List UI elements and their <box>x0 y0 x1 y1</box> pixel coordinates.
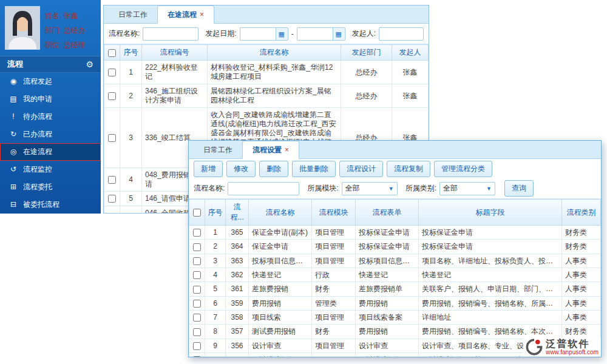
delete-button[interactable]: 删除 <box>259 161 288 177</box>
process-name-input[interactable] <box>228 182 299 195</box>
col-dept: 发起部门 <box>341 45 392 61</box>
sidebar-item-process-monitor[interactable]: ↺ 流程监控 <box>0 161 101 178</box>
add-button[interactable]: 新增 <box>194 161 223 177</box>
batch-delete-button[interactable]: 批量删除 <box>292 161 336 177</box>
profile-name: 姓名: 张鑫 <box>45 8 86 23</box>
cell-code: 359 <box>226 296 249 310</box>
sidebar-item-label: 流程发起 <box>23 73 52 90</box>
cell-name: 材料验收登记_材料采购_张鑫_华润12城房建工程项目 <box>208 61 341 84</box>
sidebar-item-process-delegation[interactable]: ⊞ 流程委托 <box>0 178 101 196</box>
cell-initiator: 张鑫 <box>392 84 429 108</box>
cell-dept: 总经办 <box>341 61 392 84</box>
watermark-logo: 泛普软件 www.fanpusoft.com <box>523 337 601 357</box>
cell-name: 设计审查 <box>249 339 312 352</box>
gear-icon[interactable]: ⚙ <box>86 56 93 73</box>
row-checkbox[interactable] <box>108 69 116 76</box>
cell-form: 投标保证金申请 <box>356 226 419 240</box>
row-checkbox[interactable] <box>193 342 201 350</box>
cell-code: 365 <box>226 226 249 240</box>
table-row[interactable]: 1 222_材料验收登记 材料验收登记_材料采购_张鑫_华润12城房建工程项目 … <box>104 61 429 84</box>
table-row[interactable]: 4 362 快递登记 行政 快递登记 快递登记 人事类 <box>189 268 601 281</box>
module-select[interactable]: 全部 ▼ <box>342 182 398 195</box>
cell-dept: 总经办 <box>341 84 392 108</box>
row-checkbox[interactable] <box>193 257 201 265</box>
col-name: 流程名称 <box>208 45 341 61</box>
tab-daily-work[interactable]: 日常工作 <box>109 6 157 23</box>
process-name-input[interactable] <box>143 27 198 41</box>
initiator-label: 发起人: <box>352 29 376 39</box>
tab-process-settings[interactable]: 流程设置× <box>242 141 299 159</box>
table-row[interactable]: 7 358 项目线索 项目管理 项目线索备案 详细地址 人事类 <box>189 310 601 324</box>
tab-daily-work[interactable]: 日常工作 <box>194 141 242 158</box>
cell-name: 差旅费报销 <box>249 282 312 296</box>
process-design-button[interactable]: 流程设计 <box>339 161 383 177</box>
cell-code: 355 <box>226 352 249 357</box>
row-checkbox[interactable] <box>193 229 201 237</box>
cell-module: 行政 <box>312 268 356 281</box>
row-checkbox[interactable] <box>108 134 116 142</box>
table-row[interactable]: 1 365 保证金申请(副本) 项目管理 投标保证金申请 投标保证金申请 财务类 <box>189 226 601 240</box>
table-row[interactable]: 2 364 保证金申请 项目管理 投标保证金申请 投标保证金申请 财务类 <box>189 240 601 254</box>
row-checkbox[interactable] <box>193 271 201 279</box>
row-checkbox[interactable] <box>108 92 116 100</box>
sidebar-item-in-transit-processes[interactable]: ◎ 在途流程 <box>0 143 101 161</box>
cell-initiator: 张鑫 <box>392 61 429 84</box>
cell-no: 6 <box>205 296 226 310</box>
col-form: 流程表单 <box>356 200 419 226</box>
table-row[interactable]: 8 357 测试费用报销 财务 费用报销 费用报销、报销编号、报销名称、本次报销… <box>189 325 601 339</box>
monitor-refresh-icon: ↺ <box>8 161 18 178</box>
initiator-input[interactable] <box>379 27 424 41</box>
cell-code: 364 <box>226 240 249 254</box>
search-button[interactable]: 查询 <box>504 180 534 197</box>
category-select[interactable]: 全部 ▼ <box>439 182 495 195</box>
row-checkbox[interactable] <box>193 300 201 308</box>
alert-icon: ! <box>8 108 18 126</box>
sidebar-item-completed-processes[interactable]: ↻ 已办流程 <box>0 126 101 143</box>
select-all-checkbox[interactable] <box>108 49 116 57</box>
tab-label: 在途流程 <box>168 10 197 19</box>
date-from-input[interactable] <box>240 29 276 39</box>
calendar-icon[interactable]: ▦ <box>276 28 287 40</box>
table-row[interactable]: 5 361 差旅费报销 财务 差旅费报销单 关联客户、报销人、申请日期、部门、报… <box>189 282 601 296</box>
cell-name: 费用报销 <box>249 296 312 310</box>
cell-no: 1 <box>120 61 142 84</box>
sidebar-item-my-applications[interactable]: ▤ 我的申请 <box>0 90 101 108</box>
calendar-icon[interactable]: ▦ <box>333 28 344 40</box>
row-checkbox[interactable] <box>108 176 116 184</box>
edit-button[interactable]: 修改 <box>226 161 256 177</box>
close-tab-icon[interactable]: × <box>200 10 204 19</box>
table-row[interactable]: 3 363 投标项目信息登记 项目管理 投标项目信息登记 项目名称、详细地址、投… <box>189 254 601 268</box>
cell-name: 快递登记 <box>249 268 312 281</box>
row-checkbox[interactable] <box>193 243 201 251</box>
in-transit-icon: ◎ <box>8 143 18 161</box>
cell-code: 356 <box>226 339 249 352</box>
cell-title-field: 详细地址 <box>419 310 562 324</box>
cell-module: 财务 <box>312 325 356 339</box>
row-checkbox[interactable] <box>193 328 201 336</box>
select-all-cell <box>104 45 120 61</box>
date-to-input[interactable] <box>297 29 333 39</box>
manage-category-button[interactable]: 管理流程分类 <box>434 161 492 177</box>
col-no: 序号 <box>120 45 142 61</box>
cell-category: 人事类 <box>562 268 601 281</box>
cell-module: 项目管理 <box>312 254 356 268</box>
row-checkbox[interactable] <box>193 314 201 322</box>
select-all-checkbox[interactable] <box>193 209 201 217</box>
row-checkbox[interactable] <box>193 286 201 294</box>
tab-in-transit[interactable]: 在途流程× <box>157 5 214 24</box>
avatar-image <box>5 7 39 49</box>
delegated-icon: ⊟ <box>8 196 18 214</box>
table-row[interactable]: 2 346_施工组织设计方案申请 晨铭园林绿化工程组织设计方案_晨铭园林绿化工程… <box>104 84 429 108</box>
sidebar-item-process-initiate[interactable]: ◉ 流程发起 <box>0 73 101 90</box>
row-checkbox[interactable] <box>193 356 201 357</box>
cell-no: 2 <box>205 240 226 254</box>
sidebar-item-delegated-processes[interactable]: ⊟ 被委托流程 <box>0 196 101 214</box>
process-section-title: 流程 <box>7 56 23 73</box>
close-tab-icon[interactable]: × <box>285 146 289 154</box>
table-row[interactable]: 6 359 费用报销 管理类 费用报销 费用报销、报销编号、报销名称、所属项目 … <box>189 296 601 310</box>
row-checkbox[interactable] <box>108 195 116 203</box>
main-tabbar: 日常工作 在途流程× <box>104 5 429 24</box>
sidebar-item-pending-processes[interactable]: ! 待办流程 <box>0 108 101 126</box>
sidebar-item-label: 待办流程 <box>23 108 52 126</box>
process-copy-button[interactable]: 流程复制 <box>387 161 430 177</box>
